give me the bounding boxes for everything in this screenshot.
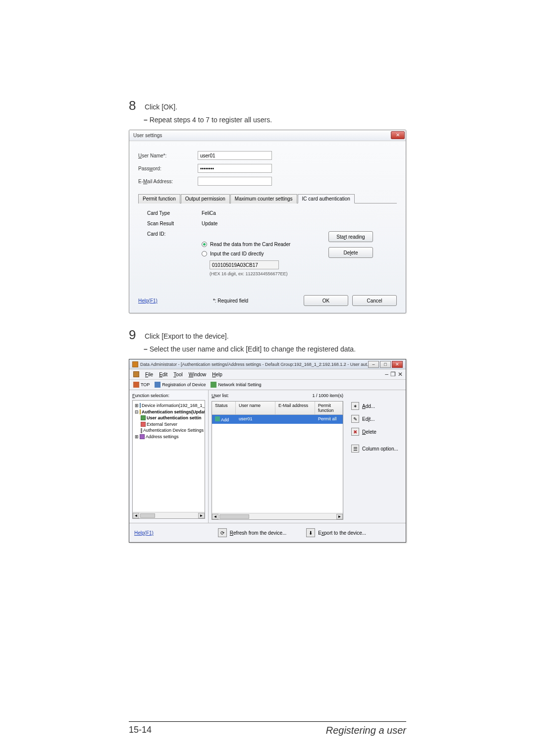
export-icon: ⬇ — [306, 528, 315, 537]
menu-tool[interactable]: Tool — [173, 372, 182, 377]
toolbar-registration[interactable]: Registration of Device — [155, 382, 206, 388]
add-button[interactable]: ✶ Add... — [351, 402, 401, 410]
tree-user-auth[interactable]: User authentication settin — [147, 415, 202, 421]
toolbar-network-initial[interactable]: Network Initial Setting — [211, 382, 261, 388]
app-icon — [132, 361, 138, 367]
menu-edit[interactable]: Edit — [159, 372, 167, 377]
minimize-button[interactable]: – — [368, 361, 379, 368]
tab-permit-function[interactable]: Permit function — [138, 194, 180, 203]
username-label: User Name*: — [138, 153, 198, 158]
user-list-label: User list: — [212, 393, 229, 398]
add-icon: ✶ — [351, 402, 359, 410]
card-id-input[interactable] — [210, 260, 279, 269]
table-row[interactable]: Add user01 Permit all — [212, 415, 343, 424]
status-add-icon — [215, 416, 220, 421]
ic-card-tab-content: Card Type FeliCa Scan Result Update Card… — [138, 203, 397, 285]
username-input[interactable] — [198, 151, 272, 160]
maximize-button[interactable]: □ — [380, 361, 391, 368]
close-window-button[interactable]: ✕ — [392, 361, 403, 368]
menu-help[interactable]: Help — [212, 372, 222, 377]
top-icon — [133, 382, 139, 388]
page-footer: 15-14 Registering a user — [129, 721, 406, 736]
menu-window[interactable]: Window — [189, 372, 207, 377]
tree-auth-settings[interactable]: Authentication settings(Updat — [142, 409, 205, 415]
export-button[interactable]: ⬇ Export to the device... — [306, 528, 366, 537]
password-label: Password: — [138, 166, 198, 171]
action-buttons-panel: ✶ Add... ✎ Edit... ✖ Delete ☰ Column opt… — [346, 390, 406, 523]
network-icon — [211, 382, 216, 388]
row-email — [275, 415, 315, 424]
step-number-8: 8 — [129, 99, 140, 112]
user-settings-dialog: User settings ✕ User Name*: Password: E-… — [129, 130, 406, 313]
address-icon — [140, 434, 145, 439]
function-selection-panel: Function selection: ⊞Device information(… — [129, 390, 209, 523]
radio-read-label: Read the data from the Card Reader — [210, 242, 290, 247]
edit-button[interactable]: ✎ Edit... — [351, 415, 401, 423]
row-status: Add — [221, 417, 229, 422]
tree-address[interactable]: Address settings — [146, 434, 179, 440]
password-input[interactable] — [198, 164, 272, 173]
step-8: 8 Click [OK]. — [129, 99, 406, 112]
step-9: 9 Click [Export to the device]. — [129, 328, 406, 341]
table-scrollbar[interactable]: ◄ ► — [212, 513, 343, 519]
folder-icon — [140, 409, 141, 414]
ok-button[interactable]: OK — [304, 295, 348, 306]
item-count: 1 / 1000 item(s) — [312, 393, 343, 398]
tab-max-counter[interactable]: Maximum counter settings — [230, 194, 297, 203]
user-list-panel: User list: 1 / 1000 item(s) Status User … — [209, 390, 346, 523]
col-permit[interactable]: Permit function — [315, 402, 343, 414]
registration-icon — [155, 382, 160, 388]
scan-result-value: Update — [202, 221, 217, 226]
scan-result-label: Scan Result — [147, 221, 202, 226]
radio-input-directly[interactable] — [202, 251, 207, 256]
col-status[interactable]: Status — [212, 402, 236, 414]
user-list-table[interactable]: Status User name E-Mail address Permit f… — [212, 401, 343, 520]
step-text-9: Click [Export to the device]. — [145, 328, 229, 341]
app-bottom-bar: Help(F1) ⟳ Refresh from the device... ⬇ … — [129, 523, 406, 542]
dialog-titlebar: User settings ✕ — [129, 130, 406, 141]
col-username[interactable]: User name — [236, 402, 275, 414]
app-help-link[interactable]: Help(F1) — [134, 530, 154, 536]
app-title: Data Administrator - [Authentication set… — [140, 362, 368, 367]
menu-file[interactable]: File — [145, 372, 153, 377]
refresh-icon: ⟳ — [218, 528, 227, 537]
function-selection-label: Function selection: — [132, 393, 205, 398]
device-icon — [140, 403, 141, 408]
column-option-button[interactable]: ☰ Column option... — [351, 445, 401, 453]
dialog-title: User settings — [133, 133, 162, 138]
mdi-restore-button[interactable]: ❐ — [390, 371, 396, 378]
toolbar-top[interactable]: TOP — [133, 382, 150, 388]
tree-scrollbar[interactable]: ◄ ► — [133, 512, 205, 518]
help-link[interactable]: Help(F1) — [138, 298, 158, 303]
cancel-button[interactable]: Cancel — [352, 295, 397, 306]
function-tree[interactable]: ⊞Device information(192_168_1_2) ⊟Authen… — [132, 400, 205, 519]
app-menubar: File Edit Tool Window Help – ❐ ✕ — [129, 369, 406, 379]
radio-read-from-reader[interactable] — [202, 242, 207, 247]
tree-device[interactable]: Device information(192_168_1_2) — [142, 403, 205, 409]
email-input[interactable] — [198, 177, 272, 186]
delete-icon: ✖ — [351, 428, 359, 436]
app-titlebar: Data Administrator - [Authentication set… — [129, 359, 406, 369]
email-label: E-Mail Address: — [138, 179, 198, 184]
tab-ic-card-auth[interactable]: IC card authentication — [298, 194, 355, 203]
app-toolbar: TOP Registration of Device Network Initi… — [129, 379, 406, 390]
refresh-button[interactable]: ⟳ Refresh from the device... — [218, 528, 287, 537]
tree-auth-device[interactable]: Authentication Device Settings — [143, 427, 204, 434]
row-permit: Permit all — [315, 415, 343, 424]
tree-ext-server[interactable]: External Server — [147, 421, 177, 428]
tab-output-permission[interactable]: Output permission — [181, 194, 230, 203]
step-8-bullet: Repeat steps 4 to 7 to register all user… — [144, 116, 406, 124]
delete-card-button[interactable]: Delete — [328, 247, 373, 258]
column-icon: ☰ — [351, 445, 359, 453]
server-icon — [141, 422, 146, 427]
mdi-minimize-button[interactable]: – — [385, 371, 388, 378]
step-text-8: Click [OK]. — [145, 99, 177, 112]
mdi-close-button[interactable]: ✕ — [398, 371, 403, 378]
data-administrator-window: Data Administrator - [Authentication set… — [129, 359, 406, 543]
page-number: 15-14 — [129, 725, 152, 736]
delete-button[interactable]: ✖ Delete — [351, 428, 401, 436]
authdev-icon — [141, 428, 142, 433]
col-email[interactable]: E-Mail address — [275, 402, 315, 414]
start-reading-button[interactable]: Start reading — [328, 231, 373, 242]
close-button[interactable]: ✕ — [391, 131, 405, 139]
